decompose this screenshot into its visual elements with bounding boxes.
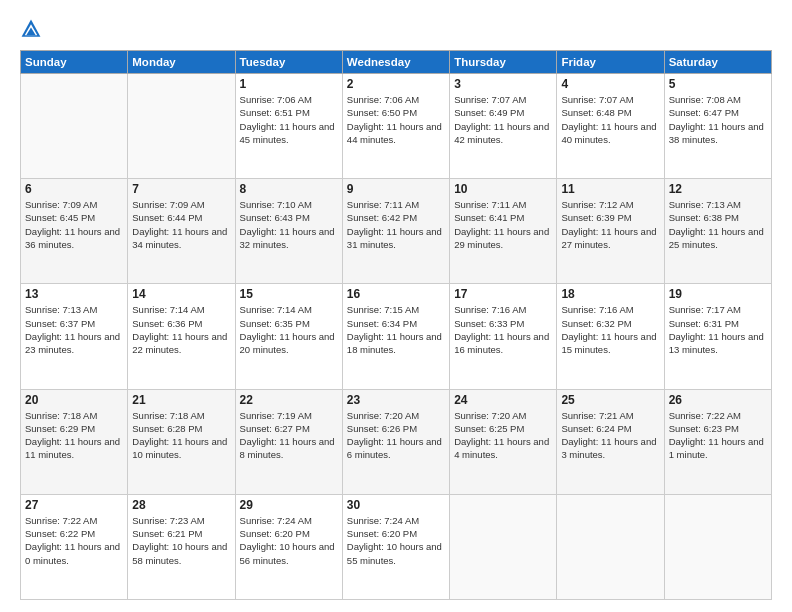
day-number: 26	[669, 393, 767, 407]
calendar-cell: 14Sunrise: 7:14 AM Sunset: 6:36 PM Dayli…	[128, 284, 235, 389]
calendar-cell	[128, 74, 235, 179]
calendar-cell: 1Sunrise: 7:06 AM Sunset: 6:51 PM Daylig…	[235, 74, 342, 179]
calendar-cell: 20Sunrise: 7:18 AM Sunset: 6:29 PM Dayli…	[21, 389, 128, 494]
calendar-cell: 21Sunrise: 7:18 AM Sunset: 6:28 PM Dayli…	[128, 389, 235, 494]
calendar-cell: 4Sunrise: 7:07 AM Sunset: 6:48 PM Daylig…	[557, 74, 664, 179]
calendar-cell: 11Sunrise: 7:12 AM Sunset: 6:39 PM Dayli…	[557, 179, 664, 284]
weekday-header-monday: Monday	[128, 51, 235, 74]
day-number: 15	[240, 287, 338, 301]
day-number: 28	[132, 498, 230, 512]
day-number: 2	[347, 77, 445, 91]
calendar-cell: 29Sunrise: 7:24 AM Sunset: 6:20 PM Dayli…	[235, 494, 342, 599]
weekday-header-row: SundayMondayTuesdayWednesdayThursdayFrid…	[21, 51, 772, 74]
day-number: 20	[25, 393, 123, 407]
weekday-header-thursday: Thursday	[450, 51, 557, 74]
day-number: 27	[25, 498, 123, 512]
calendar-cell: 9Sunrise: 7:11 AM Sunset: 6:42 PM Daylig…	[342, 179, 449, 284]
day-info: Sunrise: 7:18 AM Sunset: 6:28 PM Dayligh…	[132, 409, 230, 462]
day-info: Sunrise: 7:12 AM Sunset: 6:39 PM Dayligh…	[561, 198, 659, 251]
day-number: 29	[240, 498, 338, 512]
calendar-cell: 12Sunrise: 7:13 AM Sunset: 6:38 PM Dayli…	[664, 179, 771, 284]
calendar-cell: 27Sunrise: 7:22 AM Sunset: 6:22 PM Dayli…	[21, 494, 128, 599]
header	[20, 18, 772, 40]
calendar-cell: 3Sunrise: 7:07 AM Sunset: 6:49 PM Daylig…	[450, 74, 557, 179]
calendar-cell: 28Sunrise: 7:23 AM Sunset: 6:21 PM Dayli…	[128, 494, 235, 599]
day-info: Sunrise: 7:08 AM Sunset: 6:47 PM Dayligh…	[669, 93, 767, 146]
day-info: Sunrise: 7:13 AM Sunset: 6:38 PM Dayligh…	[669, 198, 767, 251]
day-info: Sunrise: 7:23 AM Sunset: 6:21 PM Dayligh…	[132, 514, 230, 567]
day-info: Sunrise: 7:24 AM Sunset: 6:20 PM Dayligh…	[240, 514, 338, 567]
day-info: Sunrise: 7:06 AM Sunset: 6:50 PM Dayligh…	[347, 93, 445, 146]
day-info: Sunrise: 7:07 AM Sunset: 6:49 PM Dayligh…	[454, 93, 552, 146]
day-info: Sunrise: 7:15 AM Sunset: 6:34 PM Dayligh…	[347, 303, 445, 356]
weekday-header-friday: Friday	[557, 51, 664, 74]
day-number: 8	[240, 182, 338, 196]
day-number: 30	[347, 498, 445, 512]
calendar-cell: 24Sunrise: 7:20 AM Sunset: 6:25 PM Dayli…	[450, 389, 557, 494]
day-number: 16	[347, 287, 445, 301]
day-number: 22	[240, 393, 338, 407]
logo	[20, 18, 46, 40]
calendar-cell: 25Sunrise: 7:21 AM Sunset: 6:24 PM Dayli…	[557, 389, 664, 494]
day-info: Sunrise: 7:11 AM Sunset: 6:42 PM Dayligh…	[347, 198, 445, 251]
calendar-cell: 6Sunrise: 7:09 AM Sunset: 6:45 PM Daylig…	[21, 179, 128, 284]
day-info: Sunrise: 7:22 AM Sunset: 6:23 PM Dayligh…	[669, 409, 767, 462]
calendar-cell	[21, 74, 128, 179]
day-number: 14	[132, 287, 230, 301]
day-number: 1	[240, 77, 338, 91]
calendar-cell: 30Sunrise: 7:24 AM Sunset: 6:20 PM Dayli…	[342, 494, 449, 599]
day-number: 17	[454, 287, 552, 301]
day-info: Sunrise: 7:21 AM Sunset: 6:24 PM Dayligh…	[561, 409, 659, 462]
day-number: 5	[669, 77, 767, 91]
calendar-cell: 5Sunrise: 7:08 AM Sunset: 6:47 PM Daylig…	[664, 74, 771, 179]
weekday-header-wednesday: Wednesday	[342, 51, 449, 74]
day-number: 6	[25, 182, 123, 196]
day-number: 4	[561, 77, 659, 91]
day-info: Sunrise: 7:14 AM Sunset: 6:35 PM Dayligh…	[240, 303, 338, 356]
day-info: Sunrise: 7:13 AM Sunset: 6:37 PM Dayligh…	[25, 303, 123, 356]
calendar-cell: 13Sunrise: 7:13 AM Sunset: 6:37 PM Dayli…	[21, 284, 128, 389]
day-info: Sunrise: 7:09 AM Sunset: 6:44 PM Dayligh…	[132, 198, 230, 251]
day-number: 23	[347, 393, 445, 407]
calendar-cell: 10Sunrise: 7:11 AM Sunset: 6:41 PM Dayli…	[450, 179, 557, 284]
calendar-cell: 26Sunrise: 7:22 AM Sunset: 6:23 PM Dayli…	[664, 389, 771, 494]
calendar-cell	[450, 494, 557, 599]
calendar-cell: 23Sunrise: 7:20 AM Sunset: 6:26 PM Dayli…	[342, 389, 449, 494]
calendar-cell: 17Sunrise: 7:16 AM Sunset: 6:33 PM Dayli…	[450, 284, 557, 389]
day-info: Sunrise: 7:19 AM Sunset: 6:27 PM Dayligh…	[240, 409, 338, 462]
day-number: 21	[132, 393, 230, 407]
day-info: Sunrise: 7:09 AM Sunset: 6:45 PM Dayligh…	[25, 198, 123, 251]
day-number: 12	[669, 182, 767, 196]
day-info: Sunrise: 7:22 AM Sunset: 6:22 PM Dayligh…	[25, 514, 123, 567]
day-info: Sunrise: 7:20 AM Sunset: 6:25 PM Dayligh…	[454, 409, 552, 462]
day-info: Sunrise: 7:16 AM Sunset: 6:33 PM Dayligh…	[454, 303, 552, 356]
day-info: Sunrise: 7:11 AM Sunset: 6:41 PM Dayligh…	[454, 198, 552, 251]
day-info: Sunrise: 7:20 AM Sunset: 6:26 PM Dayligh…	[347, 409, 445, 462]
day-number: 7	[132, 182, 230, 196]
calendar-cell: 7Sunrise: 7:09 AM Sunset: 6:44 PM Daylig…	[128, 179, 235, 284]
day-info: Sunrise: 7:14 AM Sunset: 6:36 PM Dayligh…	[132, 303, 230, 356]
day-number: 11	[561, 182, 659, 196]
day-info: Sunrise: 7:16 AM Sunset: 6:32 PM Dayligh…	[561, 303, 659, 356]
weekday-header-saturday: Saturday	[664, 51, 771, 74]
day-info: Sunrise: 7:06 AM Sunset: 6:51 PM Dayligh…	[240, 93, 338, 146]
day-number: 9	[347, 182, 445, 196]
day-info: Sunrise: 7:24 AM Sunset: 6:20 PM Dayligh…	[347, 514, 445, 567]
day-number: 13	[25, 287, 123, 301]
weekday-header-tuesday: Tuesday	[235, 51, 342, 74]
day-number: 18	[561, 287, 659, 301]
calendar-cell	[557, 494, 664, 599]
calendar-cell: 18Sunrise: 7:16 AM Sunset: 6:32 PM Dayli…	[557, 284, 664, 389]
calendar-cell	[664, 494, 771, 599]
logo-icon	[20, 18, 42, 40]
day-number: 25	[561, 393, 659, 407]
calendar-table: SundayMondayTuesdayWednesdayThursdayFrid…	[20, 50, 772, 600]
calendar-cell: 15Sunrise: 7:14 AM Sunset: 6:35 PM Dayli…	[235, 284, 342, 389]
calendar-cell: 8Sunrise: 7:10 AM Sunset: 6:43 PM Daylig…	[235, 179, 342, 284]
day-number: 3	[454, 77, 552, 91]
calendar-cell: 22Sunrise: 7:19 AM Sunset: 6:27 PM Dayli…	[235, 389, 342, 494]
weekday-header-sunday: Sunday	[21, 51, 128, 74]
day-number: 10	[454, 182, 552, 196]
calendar-cell: 16Sunrise: 7:15 AM Sunset: 6:34 PM Dayli…	[342, 284, 449, 389]
calendar-cell: 19Sunrise: 7:17 AM Sunset: 6:31 PM Dayli…	[664, 284, 771, 389]
